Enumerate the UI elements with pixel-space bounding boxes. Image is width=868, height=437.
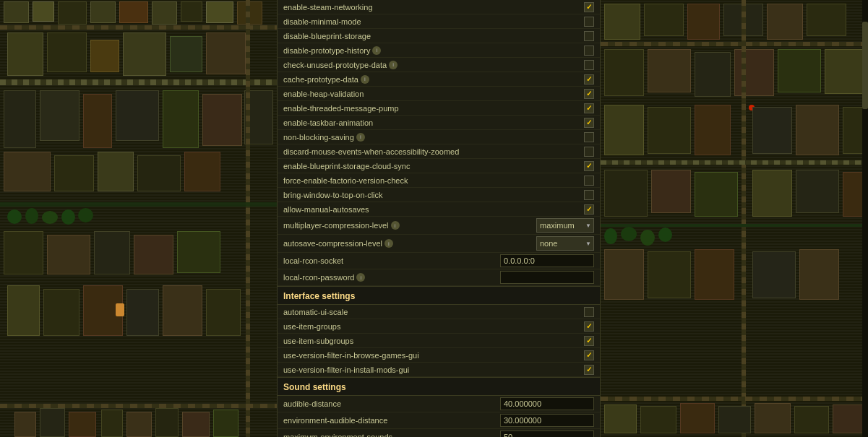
- section-header-interface: Interface settings: [278, 286, 600, 305]
- row-control-bring-window-to-top-on-click: [536, 190, 594, 200]
- row-label-enable-heap-validation: enable-heap-validation: [283, 90, 536, 98]
- row-label-enable-threaded-message-pump: enable-threaded-message-pump: [283, 104, 536, 113]
- settings-row-enable-taskbar-animation: enable-taskbar-animation: [278, 116, 600, 130]
- settings-row-allow-manual-autosaves: allow-manual-autosaves: [278, 202, 600, 217]
- settings-row-automatic-ui-scale: automatic-ui-scale: [278, 305, 600, 319]
- row-control-check-unused-prototype-data: [536, 60, 594, 70]
- row-control-enable-steam-networking: [536, 2, 594, 12]
- text-input-local-rcon-password[interactable]: [500, 271, 594, 284]
- checkbox[interactable]: [584, 74, 594, 85]
- checkbox[interactable]: [584, 350, 594, 360]
- checkbox[interactable]: [584, 103, 594, 113]
- checkbox[interactable]: [584, 46, 594, 56]
- settings-row-local-rcon-password: local-rcon-passwordi: [278, 269, 600, 286]
- game-background-right: [601, 0, 868, 437]
- row-label-force-enable-factorio-version-check: force-enable-factorio-version-check: [283, 176, 536, 185]
- info-icon-disable-prototype-history[interactable]: i: [372, 46, 381, 55]
- checkbox[interactable]: [584, 204, 594, 215]
- row-label-enable-steam-networking: enable-steam-networking: [283, 3, 536, 12]
- row-control-enable-taskbar-animation: [536, 118, 594, 128]
- settings-row-enable-heap-validation: enable-heap-validation: [278, 87, 600, 101]
- settings-row-disable-minimal-mode: disable-minimal-mode: [278, 14, 600, 29]
- settings-row-check-unused-prototype-data: check-unused-prototype-datai: [278, 58, 600, 72]
- settings-row-disable-prototype-history: disable-prototype-historyi: [278, 43, 600, 58]
- text-input-local-rcon-socket[interactable]: [500, 254, 594, 267]
- row-control-maximum-environment-sounds: [500, 430, 594, 437]
- settings-row-local-rcon-socket: local-rcon-socket: [278, 253, 600, 269]
- checkbox[interactable]: [584, 89, 594, 99]
- text-input-audible-distance[interactable]: [500, 397, 594, 410]
- checkbox[interactable]: [584, 2, 594, 12]
- row-control-local-rcon-socket: [500, 254, 594, 267]
- row-label-enable-blueprint-storage-cloud-sync: enable-blueprint-storage-cloud-sync: [283, 162, 536, 170]
- row-control-environment-audible-distance: [500, 414, 594, 427]
- row-label-environment-audible-distance: environment-audible-distance: [283, 416, 500, 425]
- text-input-environment-audible-distance[interactable]: [500, 414, 594, 427]
- checkbox[interactable]: [584, 190, 594, 200]
- settings-row-audible-distance: audible-distance: [278, 396, 600, 412]
- row-control-use-item-subgroups: [536, 336, 594, 346]
- row-control-automatic-ui-scale: [536, 307, 594, 317]
- row-label-cache-prototype-data: cache-prototype-datai: [283, 75, 536, 84]
- row-label-non-blocking-saving: non-blocking-savingi: [283, 133, 536, 142]
- checkbox[interactable]: [584, 132, 594, 142]
- row-control-discard-mouse-events-when-accessibility-zoomed: [536, 147, 594, 157]
- row-label-use-version-filter-in-browse-games-gui: use-version-filter-in-browse-games-gui: [283, 351, 536, 360]
- checkbox[interactable]: [584, 161, 594, 171]
- settings-row-enable-threaded-message-pump: enable-threaded-message-pump: [278, 101, 600, 116]
- info-icon-local-rcon-password[interactable]: i: [356, 273, 365, 282]
- info-icon-multiplayer-compression-level[interactable]: i: [391, 221, 400, 230]
- row-label-disable-minimal-mode: disable-minimal-mode: [283, 17, 536, 26]
- settings-row-bring-window-to-top-on-click: bring-window-to-top-on-click: [278, 188, 600, 202]
- info-icon-check-unused-prototype-data[interactable]: i: [389, 61, 398, 69]
- settings-panel: enable-steam-networkingdisable-minimal-m…: [277, 0, 601, 437]
- row-control-enable-heap-validation: [536, 89, 594, 99]
- checkbox[interactable]: [584, 176, 594, 186]
- row-control-enable-threaded-message-pump: [536, 103, 594, 113]
- row-control-non-blocking-saving: [536, 132, 594, 142]
- checkbox[interactable]: [584, 321, 594, 332]
- settings-row-use-item-groups: use-item-groups: [278, 319, 600, 334]
- settings-row-non-blocking-saving: non-blocking-savingi: [278, 130, 600, 144]
- row-label-bring-window-to-top-on-click: bring-window-to-top-on-click: [283, 191, 536, 199]
- info-icon-cache-prototype-data[interactable]: i: [361, 75, 369, 84]
- row-control-audible-distance: [500, 397, 594, 410]
- checkbox[interactable]: [584, 118, 594, 128]
- row-control-disable-prototype-history: [536, 46, 594, 56]
- row-label-enable-taskbar-animation: enable-taskbar-animation: [283, 118, 536, 127]
- checkbox[interactable]: [584, 147, 594, 157]
- row-label-local-rcon-socket: local-rcon-socket: [283, 256, 500, 265]
- row-control-cache-prototype-data: [536, 74, 594, 85]
- row-label-disable-blueprint-storage: disable-blueprint-storage: [283, 32, 536, 40]
- row-label-use-version-filter-in-install-mods-gui: use-version-filter-in-install-mods-gui: [283, 365, 536, 374]
- checkbox[interactable]: [584, 17, 594, 27]
- row-label-multiplayer-compression-level: multiplayer-compression-leveli: [283, 221, 536, 230]
- row-label-audible-distance: audible-distance: [283, 399, 500, 408]
- settings-row-multiplayer-compression-level: multiplayer-compression-levelinonelowmed…: [278, 217, 600, 235]
- settings-row-use-version-filter-in-install-mods-gui: use-version-filter-in-install-mods-gui: [278, 363, 600, 377]
- settings-row-disable-blueprint-storage: disable-blueprint-storage: [278, 29, 600, 43]
- checkbox[interactable]: [584, 31, 594, 41]
- checkbox[interactable]: [584, 365, 594, 375]
- checkbox[interactable]: [584, 60, 594, 70]
- row-label-allow-manual-autosaves: allow-manual-autosaves: [283, 205, 536, 214]
- dropdown-autosave-compression-level[interactable]: nonelowmediumhighmaximum: [536, 236, 594, 251]
- row-label-discard-mouse-events-when-accessibility-zoomed: discard-mouse-events-when-accessibility-…: [283, 147, 536, 156]
- row-control-disable-blueprint-storage: [536, 31, 594, 41]
- row-control-use-version-filter-in-browse-games-gui: [536, 350, 594, 360]
- checkbox[interactable]: [584, 336, 594, 346]
- info-icon-non-blocking-saving[interactable]: i: [356, 133, 365, 142]
- info-icon-autosave-compression-level[interactable]: i: [384, 239, 393, 248]
- row-control-multiplayer-compression-level: nonelowmediumhighmaximum: [536, 218, 594, 233]
- row-label-maximum-environment-sounds: maximum-environment-sounds: [283, 433, 500, 437]
- row-control-disable-minimal-mode: [536, 17, 594, 27]
- settings-row-use-item-subgroups: use-item-subgroups: [278, 334, 600, 348]
- settings-rows: enable-steam-networkingdisable-minimal-m…: [278, 0, 600, 437]
- dropdown-wrapper-multiplayer-compression-level: nonelowmediumhighmaximum: [536, 218, 594, 233]
- text-input-maximum-environment-sounds[interactable]: [500, 430, 594, 437]
- row-label-disable-prototype-history: disable-prototype-historyi: [283, 46, 536, 55]
- settings-row-cache-prototype-data: cache-prototype-datai: [278, 72, 600, 87]
- section-header-sound: Sound settings: [278, 377, 600, 396]
- dropdown-multiplayer-compression-level[interactable]: nonelowmediumhighmaximum: [536, 218, 594, 233]
- checkbox[interactable]: [584, 307, 594, 317]
